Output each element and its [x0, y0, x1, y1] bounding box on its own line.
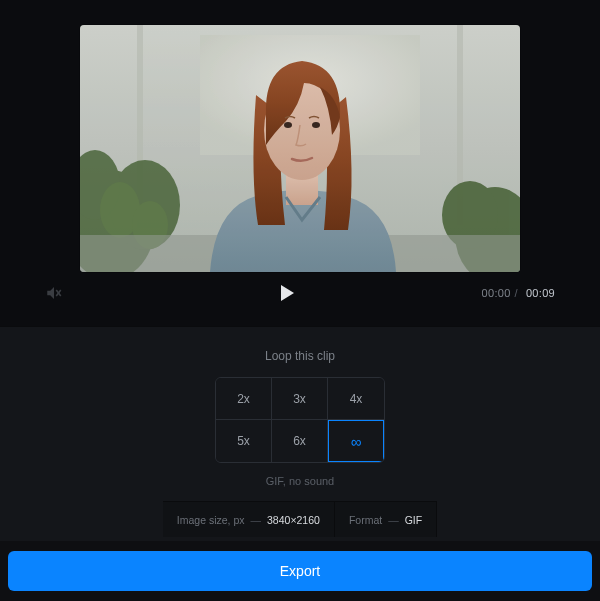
settings-panel: Loop this clip 2x 3x 4x 5x 6x ∞ GIF, no …	[0, 326, 600, 541]
image-size-value: 3840×2160	[267, 514, 320, 526]
infinity-icon: ∞	[351, 433, 362, 450]
video-preview[interactable]	[80, 25, 520, 272]
svg-rect-16	[80, 25, 520, 272]
current-time: 00:00	[482, 287, 511, 299]
export-button[interactable]: Export	[8, 551, 592, 591]
total-time: 00:09	[526, 287, 555, 299]
loop-title: Loop this clip	[265, 349, 335, 363]
loop-option-5x[interactable]: 5x	[216, 420, 272, 462]
mute-icon[interactable]	[45, 284, 63, 302]
loop-option-3x[interactable]: 3x	[272, 378, 328, 420]
video-thumbnail	[80, 25, 520, 272]
image-size-cell[interactable]: Image size, px — 3840×2160	[163, 502, 335, 537]
info-bar: Image size, px — 3840×2160 Format — GIF	[163, 501, 437, 537]
app-root: 00:00/00:09 Loop this clip 2x 3x 4x 5x 6…	[0, 0, 600, 601]
time-display: 00:00/00:09	[482, 287, 555, 299]
format-cell[interactable]: Format — GIF	[335, 502, 437, 537]
play-button[interactable]	[281, 285, 294, 301]
loop-option-6x[interactable]: 6x	[272, 420, 328, 462]
loop-option-2x[interactable]: 2x	[216, 378, 272, 420]
export-bar: Export	[0, 541, 600, 601]
preview-area: 00:00/00:09	[0, 0, 600, 326]
format-label: Format	[349, 514, 382, 526]
loop-option-infinite[interactable]: ∞	[328, 420, 384, 462]
loop-grid: 2x 3x 4x 5x 6x ∞	[215, 377, 385, 463]
loop-option-4x[interactable]: 4x	[328, 378, 384, 420]
format-value: GIF	[405, 514, 423, 526]
player-controls: 00:00/00:09	[45, 272, 555, 316]
image-size-label: Image size, px	[177, 514, 245, 526]
gif-note: GIF, no sound	[266, 475, 335, 487]
